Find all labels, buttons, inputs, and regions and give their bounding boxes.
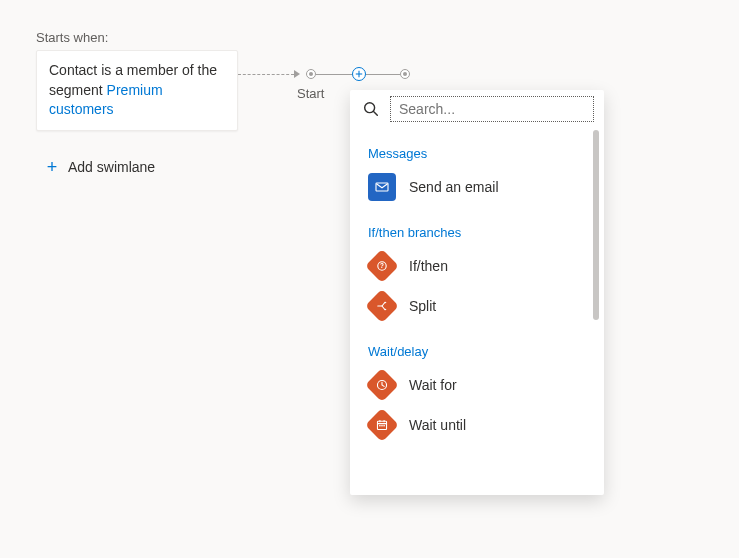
- start-node[interactable]: [306, 69, 316, 79]
- add-swimlane-label: Add swimlane: [68, 159, 155, 175]
- svg-rect-16: [383, 425, 384, 426]
- add-action-node[interactable]: [352, 67, 366, 81]
- group-header-messages: Messages: [368, 146, 594, 161]
- action-label: If/then: [409, 258, 448, 274]
- email-icon: [368, 173, 396, 201]
- action-picker-popup: Messages Send an email If/then branches …: [350, 90, 604, 495]
- flow-connector-dashed: [238, 74, 294, 75]
- action-if-then[interactable]: ? If/then: [368, 246, 594, 286]
- svg-marker-8: [385, 308, 387, 310]
- action-list: Messages Send an email If/then branches …: [350, 126, 604, 495]
- svg-rect-15: [381, 425, 382, 426]
- action-label: Send an email: [409, 179, 499, 195]
- if-then-icon: ?: [365, 249, 399, 283]
- svg-marker-7: [385, 301, 387, 303]
- end-node: [400, 69, 410, 79]
- action-wait-until[interactable]: Wait until: [368, 405, 594, 445]
- group-header-wait: Wait/delay: [368, 344, 594, 359]
- search-input[interactable]: [390, 96, 594, 122]
- clock-icon: [365, 368, 399, 402]
- action-label: Wait until: [409, 417, 466, 433]
- svg-line-3: [374, 112, 378, 116]
- add-swimlane-button[interactable]: + Add swimlane: [44, 159, 155, 175]
- split-icon: [365, 289, 399, 323]
- action-wait-for[interactable]: Wait for: [368, 365, 594, 405]
- segment-trigger-card[interactable]: Contact is a member of the segment Premi…: [36, 50, 238, 131]
- flow-connector: [316, 74, 352, 75]
- start-node-label: Start: [297, 86, 324, 101]
- calendar-icon: [365, 408, 399, 442]
- plus-icon: +: [44, 159, 60, 175]
- action-send-email[interactable]: Send an email: [368, 167, 594, 207]
- group-header-branches: If/then branches: [368, 225, 594, 240]
- search-icon: [360, 100, 382, 118]
- action-label: Wait for: [409, 377, 457, 393]
- flow-arrowhead-icon: [294, 70, 300, 78]
- svg-rect-14: [379, 425, 380, 426]
- plus-icon: [355, 70, 363, 78]
- flow-connector: [366, 74, 400, 75]
- starts-when-label: Starts when:: [36, 30, 108, 45]
- action-label: Split: [409, 298, 436, 314]
- scrollbar[interactable]: [593, 130, 599, 320]
- search-row: [350, 90, 604, 126]
- action-split[interactable]: Split: [368, 286, 594, 326]
- svg-text:?: ?: [380, 262, 384, 269]
